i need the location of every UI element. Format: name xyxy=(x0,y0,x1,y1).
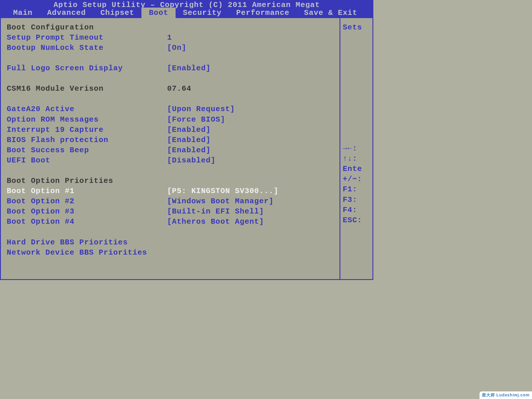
hard-drive-bbs-priorities[interactable]: Hard Drive BBS Priorities xyxy=(7,237,334,248)
setting-value: [Enabled] xyxy=(167,145,334,155)
setting-value: 1 xyxy=(167,33,334,43)
setting-label: Option ROM Messages xyxy=(7,115,167,125)
network-device-bbs-priorities[interactable]: Network Device BBS Priorities xyxy=(7,248,334,258)
tab-boot[interactable]: Boot xyxy=(141,8,175,18)
tab-save-exit[interactable]: Save & Exit xyxy=(297,8,365,18)
help-key: +/−: xyxy=(343,174,370,184)
tab-advanced[interactable]: Advanced xyxy=(40,8,93,18)
setting-label: Boot Success Beep xyxy=(7,145,167,155)
menu-tabs: Main Advanced Chipset Boot Security Perf… xyxy=(0,8,373,18)
help-key: →←: xyxy=(343,144,370,154)
help-key: Ente xyxy=(343,164,370,174)
boot-option-2[interactable]: Boot Option #2 [Windows Boot Manager] xyxy=(7,196,334,206)
setting-value: [Upon Request] xyxy=(167,104,334,114)
boot-success-beep[interactable]: Boot Success Beep [Enabled] xyxy=(7,145,334,155)
tab-performance[interactable]: Performance xyxy=(229,8,297,18)
boot-config-heading: Boot Configuration xyxy=(7,22,334,33)
settings-panel: Boot Configuration Setup Prompt Timeout … xyxy=(1,18,340,279)
setting-value: [Enabled] xyxy=(167,135,334,145)
setting-value: 07.64 xyxy=(167,84,334,94)
setup-prompt-timeout[interactable]: Setup Prompt Timeout 1 xyxy=(7,33,334,43)
setting-value: [Atheros Boot Agent] xyxy=(167,217,334,227)
setting-label: Boot Option #2 xyxy=(7,196,167,206)
setting-label: GateA20 Active xyxy=(7,104,167,114)
setting-value: [Built-in EFI Shell] xyxy=(167,206,334,217)
setting-value: [Windows Boot Manager] xyxy=(167,196,334,206)
boot-option-4[interactable]: Boot Option #4 [Atheros Boot Agent] xyxy=(7,217,334,227)
interrupt-19-capture[interactable]: Interrupt 19 Capture [Enabled] xyxy=(7,125,334,135)
uefi-boot[interactable]: UEFI Boot [Disabled] xyxy=(7,155,334,166)
tab-security[interactable]: Security xyxy=(176,8,229,18)
help-key: ↑↓: xyxy=(343,154,370,164)
boot-option-1[interactable]: Boot Option #1 [P5: KINGSTON SV300...] xyxy=(7,186,334,196)
setting-value: [On] xyxy=(167,43,334,53)
setting-label: Interrupt 19 Capture xyxy=(7,125,167,135)
tab-chipset[interactable]: Chipset xyxy=(93,8,141,18)
bios-title: Aptio Setup Utility – Copyright (C) 2011… xyxy=(53,1,320,8)
help-panel: Sets →←: ↑↓: Ente +/−: F1: F3: F4: ESC: xyxy=(340,18,372,279)
main-area: Boot Configuration Setup Prompt Timeout … xyxy=(0,18,373,280)
setting-label: BIOS Flash protection xyxy=(7,135,167,145)
help-key: F3: xyxy=(343,195,370,205)
setting-label: Boot Option #4 xyxy=(7,217,167,227)
setting-value: [Disabled] xyxy=(167,155,334,166)
setting-label: Setup Prompt Timeout xyxy=(7,33,167,43)
setting-value: [Force BIOS] xyxy=(167,115,334,125)
help-key: F1: xyxy=(343,184,370,195)
setting-value: [Enabled] xyxy=(167,125,334,135)
boot-option-priorities-heading: Boot Option Priorities xyxy=(7,176,334,186)
setting-value: [P5: KINGSTON SV300...] xyxy=(167,186,334,196)
bootup-numlock-state[interactable]: Bootup NumLock State [On] xyxy=(7,43,334,53)
option-rom-messages[interactable]: Option ROM Messages [Force BIOS] xyxy=(7,115,334,125)
setting-label: Boot Option #1 xyxy=(7,186,167,196)
boot-option-3[interactable]: Boot Option #3 [Built-in EFI Shell] xyxy=(7,206,334,217)
csm16-module-version: CSM16 Module Verison 07.64 xyxy=(7,84,334,94)
full-logo-screen-display[interactable]: Full Logo Screen Display [Enabled] xyxy=(7,63,334,74)
help-key: ESC: xyxy=(343,215,370,225)
help-key: F4: xyxy=(343,205,370,215)
setting-label: CSM16 Module Verison xyxy=(7,84,167,94)
setting-label: Boot Option #3 xyxy=(7,206,167,217)
setting-label: Full Logo Screen Display xyxy=(7,63,167,74)
setting-label: Bootup NumLock State xyxy=(7,43,167,53)
bios-flash-protection[interactable]: BIOS Flash protection [Enabled] xyxy=(7,135,334,145)
tab-main[interactable]: Main xyxy=(6,8,40,18)
setting-label: UEFI Boot xyxy=(7,155,167,166)
setting-value: [Enabled] xyxy=(167,63,334,74)
help-text: Sets xyxy=(343,22,370,33)
gatea20-active[interactable]: GateA20 Active [Upon Request] xyxy=(7,104,334,114)
bios-title-bar: Aptio Setup Utility – Copyright (C) 2011… xyxy=(0,0,373,8)
